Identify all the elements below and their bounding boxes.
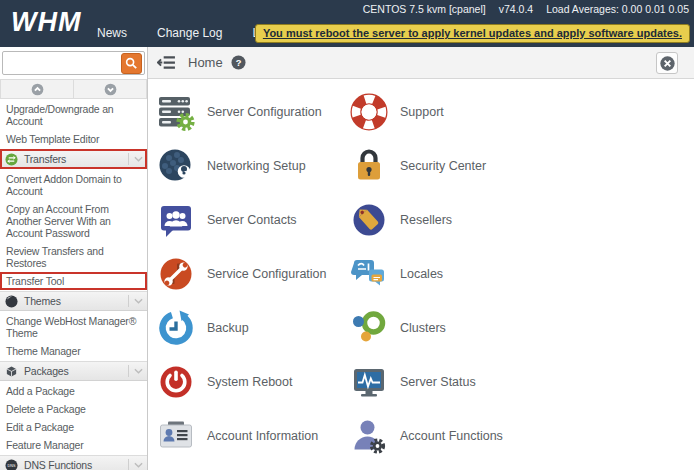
locales-icon	[349, 254, 389, 294]
transfers-icon	[5, 153, 18, 166]
sidebar-link[interactable]: Copy an Account From Another Server With…	[0, 200, 147, 242]
service-configuration-icon	[156, 254, 196, 294]
main-item[interactable]: Backup	[156, 301, 349, 355]
main-item-label: Backup	[207, 321, 249, 335]
main-item[interactable]: Clusters	[349, 301, 694, 355]
main-item[interactable]: Service Configuration	[156, 247, 349, 301]
main-item[interactable]: Security Center	[349, 139, 694, 193]
support-icon	[349, 92, 389, 132]
search-button[interactable]	[121, 53, 142, 74]
sidebar-link[interactable]: Feature Manager	[0, 436, 147, 454]
main-item[interactable]: Support	[349, 85, 694, 139]
sidebar-link-label: Web Template Editor	[6, 133, 99, 145]
reboot-warning-link[interactable]: You must reboot the server to apply kern…	[255, 24, 690, 43]
sidebar-link[interactable]: Transfer Tool	[0, 272, 147, 290]
close-icon	[659, 55, 676, 72]
sidebar-link-label: Edit a Package	[6, 421, 74, 433]
sidebar-section-header[interactable]: Themes	[0, 291, 147, 311]
main-item-label: Account Information	[207, 429, 318, 443]
account-functions-icon	[349, 416, 389, 456]
top-nav-link[interactable]: News	[97, 26, 127, 40]
sidebar-link-label: Theme Manager	[6, 345, 80, 357]
sidebar-section-label: Transfers	[24, 153, 128, 165]
sidebar-section-label: Packages	[24, 365, 128, 377]
main-item[interactable]: Locales	[349, 247, 694, 301]
top-navbar: CENTOS 7.5 kvm [cpanel] v74.0.4 Load Ave…	[0, 0, 694, 47]
sidebar-link-label: Feature Manager	[6, 439, 84, 451]
sidebar-link[interactable]: Upgrade/Downgrade an Account	[0, 100, 147, 130]
top-nav-link[interactable]: Change Log	[157, 26, 222, 40]
main-item[interactable]: Server Status	[349, 355, 694, 409]
security-center-icon	[349, 146, 389, 186]
main-item-label: Server Status	[400, 375, 476, 389]
sidebar-section-label: DNS Functions	[24, 459, 128, 470]
up-arrow-icon	[31, 83, 44, 96]
sidebar-link-label: Convert Addon Domain to Account	[6, 173, 122, 197]
networking-setup-icon	[156, 146, 196, 186]
main-item-label: Security Center	[400, 159, 486, 173]
collapse-sidebar-icon[interactable]	[157, 55, 176, 70]
main-item[interactable]: Server Configuration	[156, 85, 349, 139]
main-item[interactable]: Account Information	[156, 409, 349, 463]
sidebar-section-label: Themes	[24, 295, 128, 307]
sidebar-link-label: Change WebHost Manager® Theme	[6, 315, 136, 339]
sidebar-link[interactable]: Delete a Package	[0, 400, 147, 418]
main-content: Server Configuration Support Networking …	[149, 79, 694, 470]
toolbar-row: Home ?	[0, 47, 694, 79]
sidebar-link-label: Copy an Account From Another Server With…	[6, 203, 111, 239]
sidebar-link[interactable]: Change WebHost Manager® Theme	[0, 312, 147, 342]
account-information-icon	[156, 416, 196, 456]
sidebar: Upgrade/Downgrade an AccountWeb Template…	[0, 79, 148, 470]
sidebar-section-header[interactable]: DNS DNS Functions	[0, 455, 147, 470]
dns-functions-icon: DNS	[5, 459, 18, 470]
close-button[interactable]	[656, 52, 678, 74]
sidebar-link[interactable]: Edit a Package	[0, 418, 147, 436]
sidebar-link[interactable]: Theme Manager	[0, 342, 147, 360]
sidebar-search	[0, 47, 148, 79]
main-item[interactable]: Server Contacts	[156, 193, 349, 247]
search-icon	[125, 57, 138, 70]
themes-icon	[5, 295, 18, 308]
sidebar-link-label: Delete a Package	[6, 403, 86, 415]
main-item-label: Networking Setup	[207, 159, 306, 173]
main-item-label: Service Configuration	[207, 267, 327, 281]
backup-icon	[156, 308, 196, 348]
system-reboot-icon	[156, 362, 196, 402]
whm-logo[interactable]: WHM	[11, 9, 81, 36]
sidebar-link[interactable]: Web Template Editor	[0, 130, 147, 148]
packages-icon	[5, 365, 18, 378]
help-icon[interactable]: ?	[231, 55, 246, 70]
main-item[interactable]: Resellers	[349, 193, 694, 247]
sidebar-link[interactable]: Add a Package	[0, 382, 147, 400]
server-status-icon	[349, 362, 389, 402]
sidebar-section-header[interactable]: Transfers	[0, 149, 147, 169]
chevron-down-icon[interactable]	[128, 459, 143, 470]
main-item-label: Clusters	[400, 321, 446, 335]
sidebar-link-label: Transfer Tool	[6, 275, 64, 287]
sidebar-link-label: Upgrade/Downgrade an Account	[6, 103, 114, 127]
breadcrumb-bar: Home ?	[148, 47, 694, 79]
main-item[interactable]: Account Functions	[349, 409, 694, 463]
svg-text:?: ?	[235, 58, 241, 68]
system-load-averages: Load Averages: 0.00 0.01 0.05	[546, 3, 689, 15]
breadcrumb-home[interactable]: Home	[188, 55, 223, 70]
system-os: CENTOS 7.5 kvm [cpanel]	[363, 3, 486, 15]
scroll-up-button[interactable]	[0, 79, 74, 99]
chevron-down-icon[interactable]	[128, 153, 143, 165]
clusters-icon	[349, 308, 389, 348]
main-item-label: Server Configuration	[207, 105, 322, 119]
main-item-label: Server Contacts	[207, 213, 297, 227]
sidebar-section-header[interactable]: Packages	[0, 361, 147, 381]
svg-text:DNS: DNS	[8, 463, 16, 467]
chevron-down-icon[interactable]	[128, 295, 143, 307]
main-item-label: Support	[400, 105, 444, 119]
sidebar-link[interactable]: Convert Addon Domain to Account	[0, 170, 147, 200]
system-version: v74.0.4	[499, 3, 533, 15]
sidebar-link[interactable]: Review Transfers and Restores	[0, 242, 147, 272]
main-item[interactable]: Networking Setup	[156, 139, 349, 193]
chevron-down-icon[interactable]	[128, 365, 143, 377]
sidebar-scroll-controls	[0, 79, 147, 99]
scroll-down-button[interactable]	[74, 79, 147, 99]
main-item[interactable]: System Reboot	[156, 355, 349, 409]
resellers-icon	[349, 200, 389, 240]
